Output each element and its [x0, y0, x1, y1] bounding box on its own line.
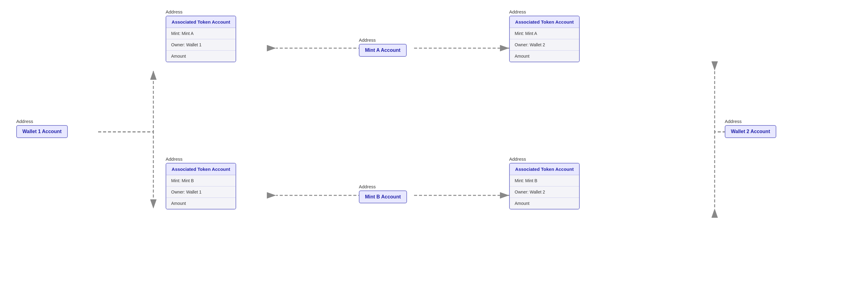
- mint-b-header: Mint B Account: [359, 190, 407, 203]
- ata-top-right-row-1: Owner: Wallet 2: [510, 39, 579, 51]
- ata-bottom-left-row-2: Amount: [166, 198, 236, 209]
- wallet2-address-label: Address: [725, 119, 776, 124]
- ata-bottom-right-node: Address Associated Token Account Mint: M…: [509, 156, 580, 210]
- ata-top-right-row-2: Amount: [510, 51, 579, 62]
- ata-top-left-address-label: Address: [166, 9, 236, 14]
- wallet2-header: Wallet 2 Account: [725, 125, 776, 138]
- ata-bottom-left-row-0: Mint: Mint B: [166, 175, 236, 187]
- ata-top-right-card-header: Associated Token Account: [510, 16, 579, 28]
- diagram: Address Wallet 1 Account Address Associa…: [0, 0, 868, 284]
- ata-top-right-card: Associated Token Account Mint: Mint A Ow…: [509, 15, 580, 62]
- ata-bottom-right-row-1: Owner: Wallet 2: [510, 187, 579, 198]
- ata-top-right-node: Address Associated Token Account Mint: M…: [509, 9, 580, 62]
- ata-top-left-row-0: Mint: Mint A: [166, 28, 236, 39]
- ata-top-right-row-0: Mint: Mint A: [510, 28, 579, 39]
- ata-bottom-left-address-label: Address: [166, 156, 236, 162]
- ata-top-left-node: Address Associated Token Account Mint: M…: [166, 9, 236, 62]
- ata-top-right-address-label: Address: [509, 9, 580, 14]
- ata-bottom-right-card: Associated Token Account Mint: Mint B Ow…: [509, 163, 580, 210]
- ata-bottom-left-card-header: Associated Token Account: [166, 163, 236, 175]
- ata-bottom-left-card: Associated Token Account Mint: Mint B Ow…: [166, 163, 236, 210]
- ata-bottom-right-row-0: Mint: Mint B: [510, 175, 579, 187]
- mint-a-header: Mint A Account: [359, 44, 407, 57]
- ata-bottom-right-address-label: Address: [509, 156, 580, 162]
- ata-top-left-card-header: Associated Token Account: [166, 16, 236, 28]
- ata-top-left-row-1: Owner: Wallet 1: [166, 39, 236, 51]
- mint-a-node: Address Mint A Account: [359, 37, 407, 57]
- mint-a-address-label: Address: [359, 37, 407, 43]
- ata-bottom-left-row-1: Owner: Wallet 1: [166, 187, 236, 198]
- mint-b-address-label: Address: [359, 184, 407, 189]
- arrows-layer: [0, 0, 868, 284]
- mint-b-node: Address Mint B Account: [359, 184, 407, 203]
- ata-bottom-right-card-header: Associated Token Account: [510, 163, 579, 175]
- ata-top-left-card: Associated Token Account Mint: Mint A Ow…: [166, 15, 236, 62]
- wallet1-address-label: Address: [16, 119, 68, 124]
- ata-bottom-right-row-2: Amount: [510, 198, 579, 209]
- wallet1-node: Address Wallet 1 Account: [16, 119, 68, 138]
- ata-top-left-row-2: Amount: [166, 51, 236, 62]
- wallet2-node: Address Wallet 2 Account: [725, 119, 776, 138]
- wallet1-header: Wallet 1 Account: [16, 125, 68, 138]
- ata-bottom-left-node: Address Associated Token Account Mint: M…: [166, 156, 236, 210]
